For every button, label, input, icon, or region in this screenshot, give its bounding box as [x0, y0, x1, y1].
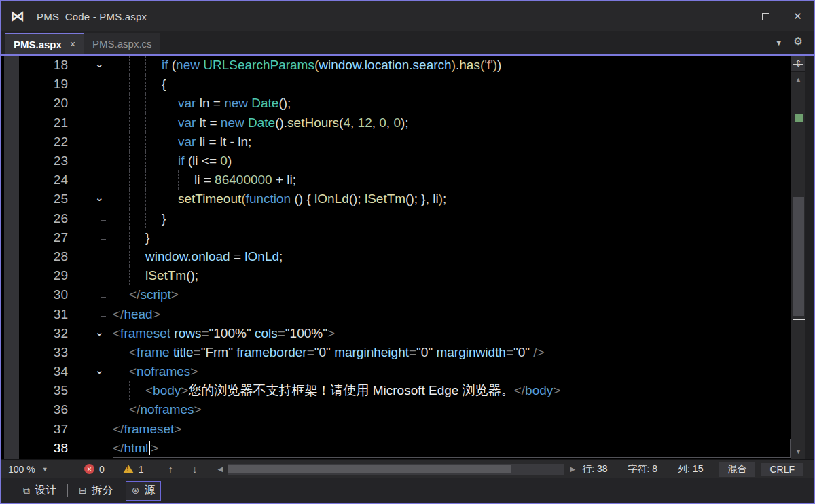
line-number[interactable]: 38	[1, 441, 68, 456]
code-text[interactable]: li = 86400000 + li;	[113, 170, 791, 190]
code-text[interactable]: window.onload = lOnLd;	[113, 247, 791, 266]
close-button[interactable]: ✕	[782, 1, 814, 31]
line-number[interactable]: 35	[1, 383, 68, 398]
vertical-scroll-track[interactable]	[791, 86, 805, 446]
scroll-left-arrow-icon[interactable]: ◀	[218, 465, 223, 473]
maximize-button[interactable]	[750, 1, 782, 31]
column-indicator: 列: 15	[678, 463, 703, 475]
scroll-up-arrow-icon[interactable]: ▲	[795, 76, 801, 83]
line-number[interactable]: 18	[1, 58, 68, 73]
code-text[interactable]: <frame title="Frm" frameborder="0" margi…	[113, 343, 791, 362]
line-number[interactable]: 32	[1, 326, 68, 341]
token-brk: =	[201, 326, 209, 341]
fold-chevron-icon[interactable]: ⌄	[95, 58, 104, 70]
line-number[interactable]: 21	[1, 115, 68, 130]
scroll-down-arrow-icon[interactable]: ▼	[795, 448, 801, 455]
scroll-right-arrow-icon[interactable]: ▶	[570, 465, 575, 473]
line-number[interactable]: 24	[1, 173, 68, 187]
code-text[interactable]: </frameset>	[113, 420, 791, 439]
line-number[interactable]: 29	[1, 268, 68, 283]
code-text[interactable]: <body>您的浏览器不支持框架！请使用 Microsoft Edge 浏览器。…	[113, 381, 791, 400]
code-line-20: 20var ln = new Date();	[1, 94, 791, 113]
indent-guide	[129, 56, 145, 75]
token-brk: >	[553, 383, 560, 398]
code-text[interactable]: <noframes>	[113, 362, 791, 381]
code-text[interactable]: var li = lt - ln;	[113, 132, 791, 151]
token-brk: >	[171, 287, 179, 302]
fold-chevron-icon[interactable]: ⌄	[95, 192, 104, 204]
code-text[interactable]: setTimeout(function () { lOnLd(); lSetTm…	[113, 190, 791, 209]
horizontal-scroll-track[interactable]	[228, 464, 564, 475]
code-text[interactable]: var lt = new Date().setHours(4, 12, 0, 0…	[113, 113, 791, 132]
next-issue-arrow-icon[interactable]: ↓	[192, 463, 198, 475]
line-number[interactable]: 36	[1, 402, 68, 417]
tab-close-icon[interactable]: ×	[70, 39, 75, 50]
code-text[interactable]: }	[113, 228, 791, 247]
line-number[interactable]: 25	[1, 192, 68, 206]
line-number[interactable]: 26	[1, 211, 68, 226]
code-text[interactable]: if (new URLSearchParams(window.location.…	[113, 56, 791, 75]
error-summary[interactable]: ✕ 0 1	[84, 464, 144, 475]
code-text[interactable]: </head>	[113, 304, 791, 323]
source-view-button[interactable]: ⊛ 源	[126, 481, 162, 501]
horizontal-scroll-thumb[interactable]	[228, 465, 511, 473]
indent-guide	[162, 190, 178, 209]
indent-guide	[129, 151, 145, 170]
line-number[interactable]: 33	[1, 345, 68, 360]
code-text[interactable]: if (li <= 0)	[113, 151, 791, 170]
gear-icon[interactable]: ⚙	[794, 35, 803, 48]
token-brk: </	[514, 383, 525, 398]
token-wh: )	[228, 154, 232, 168]
line-number[interactable]: 30	[1, 287, 68, 302]
tab-list-dropdown-icon[interactable]: ▼	[775, 38, 783, 48]
previous-issue-arrow-icon[interactable]: ↑	[168, 463, 174, 475]
token-wh: + li;	[272, 173, 296, 187]
line-number[interactable]: 28	[1, 249, 68, 264]
design-view-button[interactable]: ⧉ 设计	[18, 482, 62, 500]
vertical-scroll-thumb[interactable]	[793, 197, 804, 316]
indent-guide	[145, 190, 162, 209]
line-number[interactable]: 37	[1, 422, 68, 437]
code-text[interactable]: </noframes>	[113, 400, 791, 419]
token-brk: >	[190, 364, 198, 379]
minimize-button[interactable]: –	[718, 1, 750, 31]
editor-splitter-handle[interactable]: ⇕	[791, 56, 805, 72]
token-brk: <	[113, 326, 120, 341]
indent-guide	[162, 113, 178, 132]
vertical-scrollbar[interactable]: ⇕ ▲ ▼	[791, 56, 805, 459]
line-number[interactable]: 20	[1, 96, 68, 111]
line-number[interactable]: 34	[1, 364, 68, 379]
code-text[interactable]: <frameset rows="100%" cols="100%">	[113, 324, 791, 343]
token-brk: >	[327, 326, 335, 341]
split-view-button[interactable]: ⊟ 拆分	[73, 482, 119, 500]
code-text[interactable]: </html>	[113, 439, 791, 458]
zoom-control[interactable]: 100 % ▼	[8, 464, 67, 475]
fold-chevron-icon[interactable]: ⌄	[95, 326, 104, 338]
line-number[interactable]: 19	[1, 77, 68, 92]
encoding-mode-badge[interactable]: 混合	[719, 462, 755, 477]
token-tag: frame	[137, 345, 170, 360]
token-wh: (); }, li	[405, 192, 439, 206]
token-hstr: "100%"	[285, 326, 327, 341]
line-number[interactable]: 27	[1, 230, 68, 245]
code-text[interactable]: var ln = new Date();	[113, 94, 791, 113]
code-text[interactable]: </script>	[113, 285, 791, 304]
token-wh: (li <=	[188, 154, 221, 168]
token-tag: body	[153, 383, 181, 398]
token-attr: frameborder	[236, 345, 307, 360]
code-line-28: 28window.onload = lOnLd;	[1, 247, 791, 266]
line-number[interactable]: 31	[1, 307, 68, 322]
code-text[interactable]: lSetTm();	[113, 266, 791, 285]
line-number[interactable]: 22	[1, 134, 68, 149]
token-wh: ;	[279, 249, 283, 264]
line-ending-badge[interactable]: CRLF	[761, 463, 803, 476]
fold-chevron-icon[interactable]: ⌄	[95, 364, 104, 376]
code-line-25: 25⌄setTimeout(function () { lOnLd(); lSe…	[1, 190, 791, 209]
line-number[interactable]: 23	[1, 154, 68, 168]
code-editor[interactable]: 18⌄if (new URLSearchParams(window.locati…	[1, 56, 791, 459]
tab-pms-aspx[interactable]: PMS.aspx ×	[5, 33, 84, 54]
code-text[interactable]: }	[113, 209, 791, 228]
token-type: Date	[251, 96, 278, 111]
tab-pms-aspx-cs[interactable]: PMS.aspx.cs	[84, 33, 160, 54]
code-text[interactable]: {	[113, 75, 791, 94]
